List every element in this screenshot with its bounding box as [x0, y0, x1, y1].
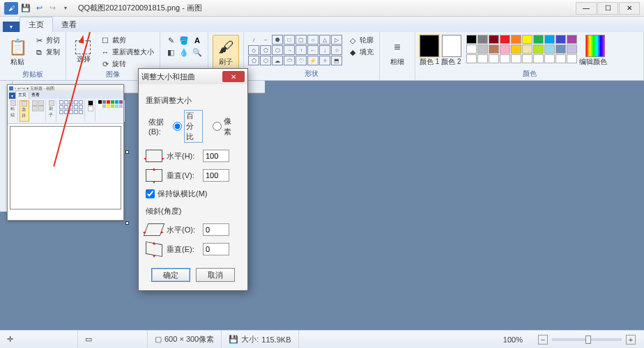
- swatch-3[interactable]: [500, 35, 510, 44]
- zoom-thumb[interactable]: [585, 335, 591, 344]
- cancel-button[interactable]: 取消: [196, 268, 235, 282]
- swatch-empty-8[interactable]: [555, 54, 566, 63]
- swatch-empty-0[interactable]: [466, 54, 477, 63]
- shape-2[interactable]: ⭓: [272, 35, 283, 45]
- swatch-9[interactable]: [567, 35, 577, 44]
- picker-tool[interactable]: 💧: [178, 47, 190, 58]
- swatch-empty-6[interactable]: [533, 54, 544, 63]
- cut-button[interactable]: ✂剪切: [33, 35, 61, 46]
- file-tab[interactable]: [3, 22, 20, 32]
- color2-button[interactable]: 颜色 2: [441, 35, 461, 67]
- shape-4[interactable]: ▢: [296, 35, 307, 45]
- minimize-button[interactable]: —: [576, 2, 597, 15]
- swatch-18[interactable]: [555, 45, 566, 54]
- swatch-1[interactable]: [477, 35, 488, 44]
- undo-icon[interactable]: ↩: [33, 3, 45, 14]
- swatch-11[interactable]: [477, 45, 488, 54]
- swatch-12[interactable]: [489, 45, 499, 54]
- swatch-empty-1[interactable]: [477, 54, 488, 63]
- shape-7[interactable]: ▷: [331, 35, 342, 45]
- shape-12[interactable]: ↑: [296, 45, 307, 55]
- aspect-checkbox[interactable]: [146, 189, 155, 198]
- zoom-tool[interactable]: 🔍: [191, 47, 204, 58]
- swatch-14[interactable]: [511, 45, 521, 54]
- shape-14[interactable]: ↓: [319, 45, 330, 55]
- shape-fill[interactable]: ◆填充: [346, 47, 375, 58]
- swatch-empty-3[interactable]: [500, 54, 510, 63]
- shape-15[interactable]: ☆: [331, 45, 342, 55]
- shape-17[interactable]: ⬡: [260, 56, 271, 65]
- swatch-6[interactable]: [533, 35, 544, 44]
- vert-input[interactable]: [203, 169, 229, 182]
- shape-13[interactable]: ←: [307, 45, 319, 55]
- swatch-8[interactable]: [555, 35, 566, 44]
- shape-18[interactable]: ☁: [272, 56, 283, 65]
- qat-more-icon[interactable]: ▾: [60, 3, 71, 14]
- shape-1[interactable]: ~: [260, 35, 271, 45]
- swatch-10[interactable]: [466, 45, 477, 54]
- shape-19[interactable]: ⬭: [284, 56, 295, 65]
- redo-icon[interactable]: ↪: [47, 3, 58, 14]
- zoom-slider[interactable]: − +: [538, 335, 636, 345]
- brush-button[interactable]: 🖌 刷子: [213, 35, 239, 70]
- close-button[interactable]: ✕: [619, 2, 640, 15]
- shapes-gallery[interactable]: /~⭓□▢○△▷◇⬠⬡→↑←↓☆⬠⬡☁⬭♡⚡✧⬒: [248, 35, 342, 65]
- swatch-empty-4[interactable]: [511, 54, 521, 63]
- view-tab[interactable]: 查看: [53, 17, 85, 32]
- swatch-19[interactable]: [567, 45, 577, 54]
- swatch-empty-2[interactable]: [489, 54, 499, 63]
- pencil-tool[interactable]: ✎: [164, 35, 177, 46]
- shape-6[interactable]: △: [319, 35, 330, 45]
- shape-5[interactable]: ○: [307, 35, 319, 45]
- swatch-0[interactable]: [466, 35, 477, 44]
- canvas-image[interactable]: ▫ ↩ ↪ ▾ 无标题 - 画图 ▾主页查看 粘贴 选择 刷子: [7, 84, 124, 221]
- swatch-5[interactable]: [522, 35, 532, 44]
- text-tool[interactable]: A: [191, 35, 204, 46]
- shape-16[interactable]: ⬠: [248, 56, 259, 65]
- dialog-titlebar[interactable]: 调整大小和扭曲 ✕: [139, 69, 247, 84]
- shape-11[interactable]: →: [284, 45, 295, 55]
- zoom-out-button[interactable]: −: [538, 335, 548, 345]
- skew-h-input[interactable]: [203, 223, 229, 236]
- shape-8[interactable]: ◇: [248, 45, 259, 55]
- canvas-handle-corner[interactable]: [125, 221, 129, 225]
- shape-3[interactable]: □: [284, 35, 295, 45]
- swatch-16[interactable]: [533, 45, 544, 54]
- percent-radio[interactable]: [173, 122, 182, 131]
- copy-button[interactable]: ⧉复制: [33, 47, 61, 58]
- zoom-in-button[interactable]: +: [626, 335, 636, 345]
- save-icon[interactable]: 💾: [20, 3, 31, 14]
- shape-10[interactable]: ⬡: [272, 45, 283, 55]
- shape-9[interactable]: ⬠: [260, 45, 271, 55]
- horiz-input[interactable]: [203, 150, 229, 162]
- shape-20[interactable]: ♡: [296, 56, 307, 65]
- shape-22[interactable]: ✧: [319, 56, 330, 65]
- shape-outline[interactable]: ◇轮廓: [346, 35, 375, 46]
- zoom-track[interactable]: [552, 338, 622, 341]
- swatch-4[interactable]: [511, 35, 521, 44]
- eraser-tool[interactable]: ◧: [164, 47, 177, 58]
- home-tab[interactable]: 主页: [20, 17, 53, 32]
- swatch-empty-9[interactable]: [567, 54, 577, 63]
- paste-button[interactable]: 📋 粘贴: [4, 35, 31, 70]
- swatch-empty-5[interactable]: [522, 54, 532, 63]
- swatch-15[interactable]: [522, 45, 532, 54]
- swatch-7[interactable]: [544, 35, 555, 44]
- ok-button[interactable]: 确定: [151, 268, 190, 282]
- paint-menu-button[interactable]: 🖌: [4, 2, 18, 15]
- crop-button[interactable]: ☐裁剪: [99, 35, 155, 46]
- skew-v-input[interactable]: [203, 243, 229, 255]
- shape-23[interactable]: ⬒: [331, 56, 342, 65]
- dialog-close-button[interactable]: ✕: [222, 71, 245, 82]
- fill-tool[interactable]: 🪣: [178, 35, 190, 46]
- swatch-2[interactable]: [489, 35, 499, 44]
- thickness-button[interactable]: ≡ 粗细: [384, 35, 411, 70]
- select-button[interactable]: 选择: [70, 35, 97, 70]
- swatch-17[interactable]: [544, 45, 555, 54]
- swatch-13[interactable]: [500, 45, 510, 54]
- pixels-radio[interactable]: [213, 122, 222, 131]
- edit-colors-button[interactable]: 编辑颜色: [579, 35, 607, 67]
- resize-button[interactable]: ↔重新调整大小: [99, 47, 155, 58]
- maximize-button[interactable]: ☐: [597, 2, 618, 15]
- canvas-handle-right[interactable]: [125, 150, 129, 154]
